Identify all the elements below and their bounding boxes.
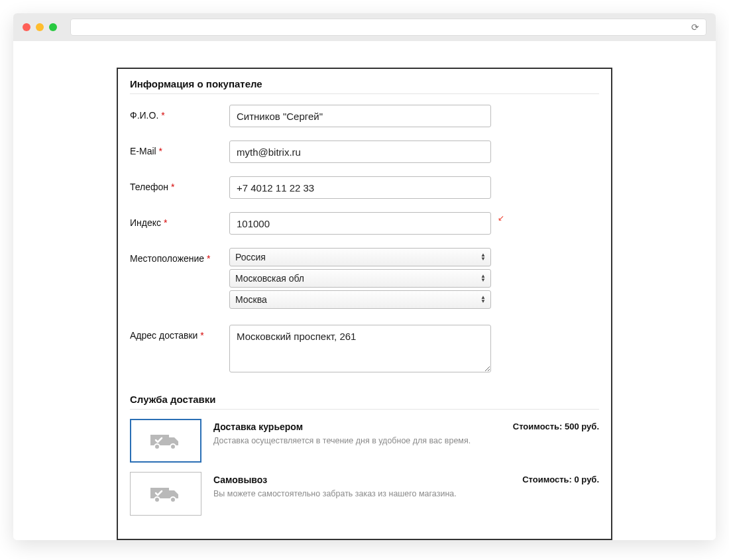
delivery-option-pickup[interactable]: Самовывоз Вы можете самостоятельно забра… — [130, 472, 599, 516]
delivery-body-pickup: Самовывоз Вы можете самостоятельно забра… — [213, 472, 510, 498]
checkout-form: Информация о покупателе Ф.И.О. * E-Mail … — [117, 68, 612, 540]
field-row-phone: Телефон * — [130, 176, 599, 199]
country-select[interactable]: Россия — [229, 248, 491, 266]
field-row-index: Индекс * ↙ — [130, 212, 599, 235]
delivery-body-courier: Доставка курьером Доставка осуществляетс… — [213, 419, 501, 445]
delivery-option-courier[interactable]: Доставка курьером Доставка осуществляетс… — [130, 419, 599, 463]
phone-label: Телефон * — [130, 176, 229, 192]
field-row-address: Адрес доставки * — [130, 325, 599, 375]
delivery-desc-courier: Доставка осуществляется в течение дня в … — [213, 436, 501, 445]
city-select[interactable]: Москва — [229, 290, 491, 309]
delivery-cost-courier: Стоимость: 500 руб. — [513, 419, 599, 431]
browser-titlebar: ⟳ — [13, 13, 716, 41]
window-close-icon[interactable] — [23, 23, 30, 31]
address-bar[interactable]: ⟳ — [70, 19, 706, 36]
index-label: Индекс * — [130, 212, 229, 228]
reload-icon[interactable]: ⟳ — [691, 22, 699, 32]
svg-point-4 — [154, 497, 160, 502]
delivery-thumb-pickup[interactable] — [130, 472, 201, 516]
required-mark: * — [171, 182, 174, 192]
delivery-name-pickup: Самовывоз — [213, 475, 510, 485]
required-mark: * — [207, 253, 210, 264]
truck-icon — [150, 431, 181, 451]
field-row-fio: Ф.И.О. * — [130, 105, 599, 127]
delivery-desc-pickup: Вы можете самостоятельно забрать заказ и… — [213, 489, 510, 498]
required-mark: * — [161, 110, 164, 121]
index-hint-icon: ↙ — [498, 213, 504, 223]
svg-point-2 — [170, 444, 176, 449]
address-label-text: Адрес доставки — [130, 330, 197, 341]
required-mark: * — [200, 330, 203, 341]
location-label-text: Местоположение — [130, 253, 204, 264]
region-select[interactable]: Московская обл — [229, 269, 491, 288]
svg-point-5 — [170, 497, 176, 502]
svg-point-1 — [154, 444, 160, 449]
fio-label-text: Ф.И.О. — [130, 110, 158, 121]
index-input[interactable] — [229, 212, 491, 235]
cost-value: 0 руб. — [575, 475, 599, 484]
address-label: Адрес доставки * — [130, 325, 229, 341]
phone-label-text: Телефон — [130, 182, 168, 192]
truck-icon — [150, 484, 181, 504]
email-label-text: E-Mail — [130, 146, 156, 156]
browser-window: ⟳ Информация о покупателе Ф.И.О. * E-Mai… — [13, 13, 716, 540]
window-maximize-icon[interactable] — [49, 23, 57, 31]
email-label: E-Mail * — [130, 140, 229, 156]
location-label: Местоположение * — [130, 248, 229, 264]
delivery-name-courier: Доставка курьером — [213, 421, 501, 432]
browser-content: Информация о покупателе Ф.И.О. * E-Mail … — [13, 41, 716, 540]
required-mark: * — [159, 146, 162, 156]
fio-input[interactable] — [229, 105, 491, 127]
delivery-thumb-courier[interactable] — [130, 419, 201, 463]
phone-input[interactable] — [229, 176, 491, 199]
cost-label: Стоимость: — [513, 421, 563, 431]
cost-value: 500 руб. — [565, 421, 599, 431]
fio-label: Ф.И.О. * — [130, 105, 229, 121]
delivery-cost-pickup: Стоимость: 0 руб. — [522, 472, 599, 484]
index-label-text: Индекс — [130, 217, 161, 228]
field-row-email: E-Mail * — [130, 140, 599, 163]
window-minimize-icon[interactable] — [36, 23, 44, 31]
field-row-location: Местоположение * Россия ▲▼ Московская об… — [130, 248, 599, 311]
address-textarea[interactable] — [229, 325, 491, 372]
buyer-info-title: Информация о покупателе — [130, 78, 599, 94]
delivery-section-title: Служба доставки — [130, 394, 599, 410]
cost-label: Стоимость: — [522, 475, 572, 484]
email-input[interactable] — [229, 140, 491, 163]
required-mark: * — [164, 217, 167, 228]
